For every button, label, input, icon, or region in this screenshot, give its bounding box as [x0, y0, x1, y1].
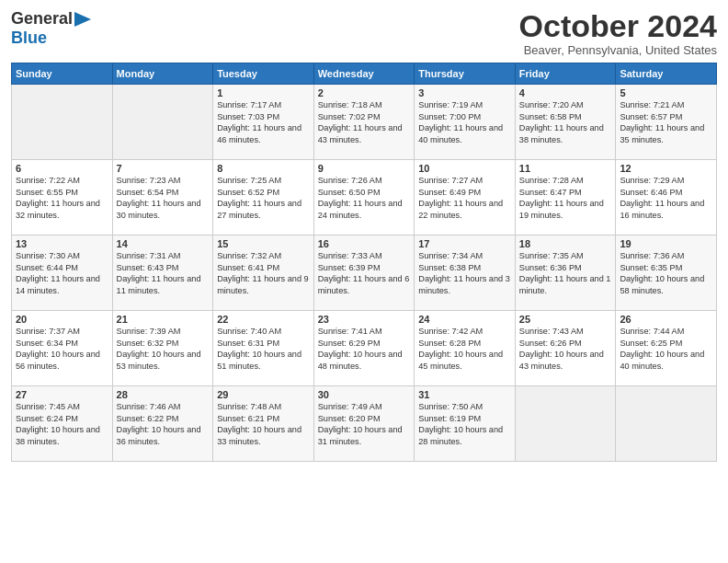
day-cell: 13Sunrise: 7:30 AM Sunset: 6:44 PM Dayli…	[12, 236, 113, 311]
month-title: October 2024	[519, 9, 717, 43]
day-number: 30	[318, 389, 411, 400]
day-info: Sunrise: 7:42 AM Sunset: 6:28 PM Dayligh…	[418, 326, 511, 372]
week-row-5: 27Sunrise: 7:45 AM Sunset: 6:24 PM Dayli…	[12, 386, 717, 462]
day-info: Sunrise: 7:29 AM Sunset: 6:46 PM Dayligh…	[620, 175, 712, 221]
day-number: 16	[318, 238, 411, 249]
logo-arrow-icon	[74, 12, 91, 27]
day-info: Sunrise: 7:33 AM Sunset: 6:39 PM Dayligh…	[318, 250, 411, 296]
logo-line2: Blue	[11, 29, 47, 48]
day-info: Sunrise: 7:46 AM Sunset: 6:22 PM Dayligh…	[117, 401, 210, 447]
day-cell: 29Sunrise: 7:48 AM Sunset: 6:21 PM Dayli…	[213, 386, 314, 462]
day-number: 22	[217, 314, 310, 325]
day-cell	[12, 85, 113, 160]
day-info: Sunrise: 7:20 AM Sunset: 6:58 PM Dayligh…	[519, 99, 612, 145]
day-number: 4	[519, 87, 612, 98]
day-cell: 7Sunrise: 7:23 AM Sunset: 6:54 PM Daylig…	[112, 160, 213, 236]
day-number: 13	[16, 238, 108, 249]
day-info: Sunrise: 7:27 AM Sunset: 6:49 PM Dayligh…	[418, 175, 511, 221]
day-number: 17	[418, 238, 511, 249]
day-info: Sunrise: 7:25 AM Sunset: 6:52 PM Dayligh…	[217, 175, 310, 221]
day-number: 21	[117, 314, 210, 325]
day-number: 29	[217, 389, 310, 400]
weekday-header-friday: Friday	[515, 63, 616, 85]
day-info: Sunrise: 7:18 AM Sunset: 7:02 PM Dayligh…	[318, 99, 411, 145]
day-number: 26	[620, 314, 712, 325]
day-info: Sunrise: 7:41 AM Sunset: 6:29 PM Dayligh…	[318, 326, 411, 372]
weekday-header-tuesday: Tuesday	[213, 63, 314, 85]
day-cell: 18Sunrise: 7:35 AM Sunset: 6:36 PM Dayli…	[515, 236, 616, 311]
day-cell: 24Sunrise: 7:42 AM Sunset: 6:28 PM Dayli…	[415, 311, 516, 386]
day-number: 8	[217, 163, 310, 174]
day-cell: 27Sunrise: 7:45 AM Sunset: 6:24 PM Dayli…	[12, 386, 113, 462]
day-number: 20	[16, 314, 108, 325]
day-info: Sunrise: 7:21 AM Sunset: 6:57 PM Dayligh…	[620, 99, 712, 145]
page-header: General Blue October 2024 Beaver, Pennsy…	[11, 9, 717, 57]
day-cell: 2Sunrise: 7:18 AM Sunset: 7:02 PM Daylig…	[313, 85, 415, 160]
weekday-header-thursday: Thursday	[415, 63, 516, 85]
day-cell: 8Sunrise: 7:25 AM Sunset: 6:52 PM Daylig…	[213, 160, 314, 236]
day-info: Sunrise: 7:19 AM Sunset: 7:00 PM Dayligh…	[418, 99, 511, 145]
weekday-header-saturday: Saturday	[616, 63, 717, 85]
day-info: Sunrise: 7:37 AM Sunset: 6:34 PM Dayligh…	[16, 326, 108, 372]
day-cell: 9Sunrise: 7:26 AM Sunset: 6:50 PM Daylig…	[313, 160, 415, 236]
day-number: 7	[117, 163, 210, 174]
week-row-2: 6Sunrise: 7:22 AM Sunset: 6:55 PM Daylig…	[12, 160, 717, 236]
day-number: 25	[519, 314, 612, 325]
day-number: 2	[318, 87, 411, 98]
day-cell: 4Sunrise: 7:20 AM Sunset: 6:58 PM Daylig…	[515, 85, 616, 160]
day-number: 6	[16, 163, 108, 174]
day-cell: 23Sunrise: 7:41 AM Sunset: 6:29 PM Dayli…	[313, 311, 415, 386]
day-number: 23	[318, 314, 411, 325]
weekday-header-monday: Monday	[112, 63, 213, 85]
day-number: 5	[620, 87, 712, 98]
day-info: Sunrise: 7:48 AM Sunset: 6:21 PM Dayligh…	[217, 401, 310, 447]
day-cell	[112, 85, 213, 160]
day-cell: 10Sunrise: 7:27 AM Sunset: 6:49 PM Dayli…	[415, 160, 516, 236]
day-cell: 28Sunrise: 7:46 AM Sunset: 6:22 PM Dayli…	[112, 386, 213, 462]
day-cell: 16Sunrise: 7:33 AM Sunset: 6:39 PM Dayli…	[313, 236, 415, 311]
day-info: Sunrise: 7:35 AM Sunset: 6:36 PM Dayligh…	[519, 250, 612, 296]
week-row-3: 13Sunrise: 7:30 AM Sunset: 6:44 PM Dayli…	[12, 236, 717, 311]
day-info: Sunrise: 7:17 AM Sunset: 7:03 PM Dayligh…	[217, 99, 310, 145]
weekday-header-sunday: Sunday	[12, 63, 113, 85]
day-cell: 30Sunrise: 7:49 AM Sunset: 6:20 PM Dayli…	[313, 386, 415, 462]
day-number: 18	[519, 238, 612, 249]
week-row-1: 1Sunrise: 7:17 AM Sunset: 7:03 PM Daylig…	[12, 85, 717, 160]
day-info: Sunrise: 7:34 AM Sunset: 6:38 PM Dayligh…	[418, 250, 511, 296]
day-cell: 19Sunrise: 7:36 AM Sunset: 6:35 PM Dayli…	[616, 236, 717, 311]
day-info: Sunrise: 7:30 AM Sunset: 6:44 PM Dayligh…	[16, 250, 108, 296]
day-cell: 17Sunrise: 7:34 AM Sunset: 6:38 PM Dayli…	[415, 236, 516, 311]
day-number: 1	[217, 87, 310, 98]
day-number: 12	[620, 163, 712, 174]
day-number: 31	[418, 389, 511, 400]
day-cell: 3Sunrise: 7:19 AM Sunset: 7:00 PM Daylig…	[415, 85, 516, 160]
page-container: General Blue October 2024 Beaver, Pennsy…	[0, 0, 728, 469]
location: Beaver, Pennsylvania, United States	[519, 43, 717, 57]
day-cell: 15Sunrise: 7:32 AM Sunset: 6:41 PM Dayli…	[213, 236, 314, 311]
day-cell: 26Sunrise: 7:44 AM Sunset: 6:25 PM Dayli…	[616, 311, 717, 386]
day-info: Sunrise: 7:45 AM Sunset: 6:24 PM Dayligh…	[16, 401, 108, 447]
day-cell: 6Sunrise: 7:22 AM Sunset: 6:55 PM Daylig…	[12, 160, 113, 236]
day-cell: 25Sunrise: 7:43 AM Sunset: 6:26 PM Dayli…	[515, 311, 616, 386]
day-info: Sunrise: 7:36 AM Sunset: 6:35 PM Dayligh…	[620, 250, 712, 296]
day-info: Sunrise: 7:49 AM Sunset: 6:20 PM Dayligh…	[318, 401, 411, 447]
day-cell: 11Sunrise: 7:28 AM Sunset: 6:47 PM Dayli…	[515, 160, 616, 236]
day-number: 24	[418, 314, 511, 325]
day-cell: 21Sunrise: 7:39 AM Sunset: 6:32 PM Dayli…	[112, 311, 213, 386]
day-info: Sunrise: 7:50 AM Sunset: 6:19 PM Dayligh…	[418, 401, 511, 447]
day-cell: 22Sunrise: 7:40 AM Sunset: 6:31 PM Dayli…	[213, 311, 314, 386]
day-info: Sunrise: 7:43 AM Sunset: 6:26 PM Dayligh…	[519, 326, 612, 372]
svg-marker-0	[74, 12, 91, 27]
day-number: 10	[418, 163, 511, 174]
day-info: Sunrise: 7:23 AM Sunset: 6:54 PM Dayligh…	[117, 175, 210, 221]
day-cell: 14Sunrise: 7:31 AM Sunset: 6:43 PM Dayli…	[112, 236, 213, 311]
day-info: Sunrise: 7:28 AM Sunset: 6:47 PM Dayligh…	[519, 175, 612, 221]
day-info: Sunrise: 7:31 AM Sunset: 6:43 PM Dayligh…	[117, 250, 210, 296]
calendar-table: SundayMondayTuesdayWednesdayThursdayFrid…	[11, 63, 717, 462]
day-number: 15	[217, 238, 310, 249]
day-number: 14	[117, 238, 210, 249]
day-number: 3	[418, 87, 511, 98]
logo-line1: General	[11, 9, 91, 29]
day-number: 19	[620, 238, 712, 249]
week-row-4: 20Sunrise: 7:37 AM Sunset: 6:34 PM Dayli…	[12, 311, 717, 386]
